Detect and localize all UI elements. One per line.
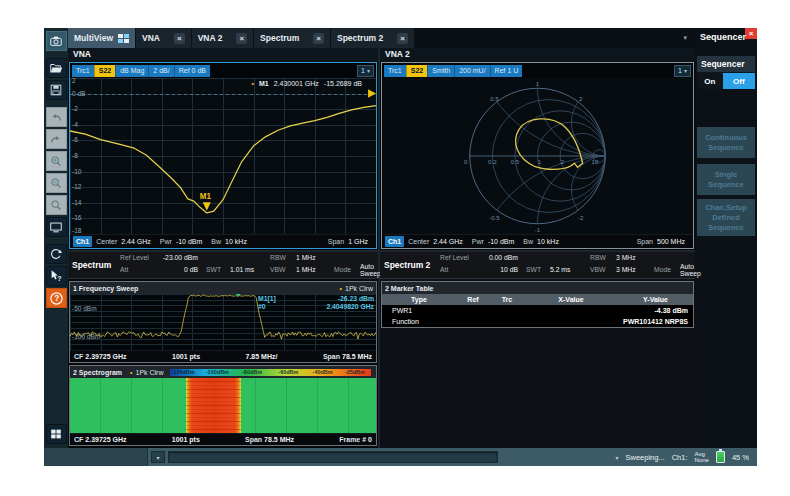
tab-spectrum2[interactable]: Spectrum 2 × — [331, 28, 414, 48]
rbw-value[interactable]: 3 MHz — [616, 254, 654, 261]
cf-value[interactable]: 2.39725 GHz — [85, 436, 126, 443]
frequency-sweep-window[interactable]: 1 Frequency Sweep • 1Pk Clrw -50 dBm -10… — [69, 281, 377, 363]
att-value[interactable]: 0 dB — [156, 266, 206, 273]
pwr-value[interactable]: -10 dBm — [488, 238, 514, 245]
single-sequence-button[interactable]: Single Sequence — [697, 164, 755, 195]
continuous-sequence-button[interactable]: Continuous Sequence — [697, 127, 755, 158]
display-button[interactable] — [46, 217, 67, 237]
bw-value[interactable]: 10 kHz — [225, 238, 247, 245]
vna2-diagram-window[interactable]: Trc1 S22 Smith 200 mU/ Ref 1 U 1 ▾ — [381, 62, 694, 249]
span-value[interactable]: 500 MHz — [657, 238, 685, 245]
table-row[interactable]: PWR1 -4.38 dBm — [382, 305, 693, 316]
save-icon — [49, 83, 63, 97]
tab-vna2-label: VNA 2 — [198, 33, 223, 43]
trace-name: Trc1 — [72, 65, 94, 77]
vna2-trace-header[interactable]: Trc1 S22 Smith 200 mU/ Ref 1 U 1 ▾ — [382, 63, 693, 78]
undo-button[interactable] — [46, 107, 67, 127]
sequencer-on-button[interactable]: On — [697, 73, 723, 89]
mode-value[interactable]: Auto Sweep — [360, 263, 381, 277]
button-line: Sequence — [708, 223, 743, 233]
window-number: 1 — [361, 67, 365, 74]
vbw-value[interactable]: 1 MHz — [296, 266, 334, 273]
smith-axis-label: 0 — [464, 158, 468, 165]
status-bar: ▾ ▾ Sweeping... Ch1: Avg None 45 % — [44, 448, 757, 466]
statusbar-message-field[interactable] — [168, 451, 498, 463]
window-number-dropdown[interactable]: 1 ▾ — [357, 65, 374, 77]
chan-setup-defined-sequence-button[interactable]: Chan.Setup Defined Sequence — [697, 199, 755, 236]
statusbar-dropdown[interactable]: ▾ — [151, 451, 165, 463]
spectrum2-quadrant[interactable]: Spectrum 2 Ref Level 0.00 dBm RBW 3 MHz … — [380, 252, 695, 448]
smith-chart-plot: 0 0.2 0.5 1 2 10 0.5 1 2 -0.5 -1 -2 — [382, 78, 693, 234]
cf-value[interactable]: 2.39725 GHz — [85, 353, 126, 360]
vna2-quadrant[interactable]: VNA 2 Trc1 S22 Smith 200 mU/ Ref 1 U 1 ▾ — [380, 48, 695, 250]
smith-reactance-label: 2 — [579, 95, 583, 102]
ref-level-value[interactable]: -23.00 dBm — [156, 254, 206, 261]
vna-trace-plot: M1 — [70, 78, 376, 234]
table-row[interactable]: Function PWR101412 NRP8S — [382, 316, 693, 327]
vna-graph: 2 0 dB -2 -4 -6 -8 -10 -12 -14 -16 -18 M… — [70, 78, 376, 234]
frequency-sweep-graph: -50 dBm -100 dBm M1[1] -26.23 dBm #0 2.4… — [70, 294, 376, 350]
zoom-out-selection-button[interactable] — [46, 173, 67, 193]
tab-vna2[interactable]: VNA 2 × — [192, 28, 253, 48]
window-number-dropdown[interactable]: 1 ▾ — [674, 65, 691, 77]
vna-quadrant[interactable]: VNA Trc1 S22 dB Mag 2 dB/ Ref 0 dB 1 ▾ — [68, 48, 378, 250]
close-window-icon[interactable]: × — [745, 28, 757, 39]
sync-button[interactable] — [46, 244, 67, 264]
close-tab-vna2-icon[interactable]: × — [236, 33, 247, 44]
swt-value[interactable]: 5.2 ms — [550, 266, 590, 273]
center-value[interactable]: 2.44 GHz — [433, 238, 463, 245]
bw-value[interactable]: 10 kHz — [537, 238, 559, 245]
spectrum-channel-name: Spectrum — [68, 252, 120, 278]
context-help-button[interactable]: ? — [46, 266, 67, 286]
close-tab-vna-icon[interactable]: × — [174, 33, 185, 44]
redo-button[interactable] — [46, 129, 67, 149]
windows-start-button[interactable] — [46, 424, 67, 444]
column-type: Type — [382, 296, 456, 303]
row-y-value: -4.38 dBm — [618, 307, 693, 314]
frame-value[interactable]: # 0 — [362, 436, 372, 443]
tab-overflow-arrow[interactable]: ▾ — [683, 34, 695, 42]
marker-table-window[interactable]: 2 Marker Table Type Ref Trc X-Value Y-Va… — [381, 281, 694, 328]
marker-table-header: 2 Marker Table — [382, 282, 693, 294]
vna-trace-header[interactable]: Trc1 S22 dB Mag 2 dB/ Ref 0 dB 1 ▾ — [70, 63, 376, 78]
open-file-button[interactable] — [46, 58, 67, 78]
trace-scale: 2 dB/ — [148, 65, 173, 77]
zoom-off-button[interactable] — [46, 195, 67, 215]
tab-spectrum[interactable]: Spectrum × — [254, 28, 330, 48]
close-tab-spectrum2-icon[interactable]: × — [397, 33, 408, 44]
pwr-label: Pwr — [472, 238, 484, 245]
tab-multiview[interactable]: MultiView — [68, 28, 135, 48]
spectrogram-window[interactable]: 2 Spectrogram • 1Pk Clrw -120dBm -100dBm… — [69, 365, 377, 446]
close-tab-spectrum-icon[interactable]: × — [313, 33, 324, 44]
frame-label: Frame — [339, 436, 360, 443]
channel-badge[interactable]: Ch1 — [385, 236, 404, 247]
spectrum-quadrant[interactable]: Spectrum Ref Level -23.00 dBm RBW 1 MHz … — [68, 252, 378, 448]
span-value[interactable]: 78.5 MHz — [342, 353, 372, 360]
spectrum2-channel-bar[interactable]: Spectrum 2 Ref Level 0.00 dBm RBW 3 MHz … — [380, 252, 695, 279]
smith-axis-label: 2 — [560, 158, 564, 165]
column-y-value: Y-Value — [618, 296, 693, 303]
s-parameter: S22 — [406, 65, 427, 77]
pwr-value[interactable]: -10 dBm — [176, 238, 202, 245]
center-value[interactable]: 2.44 GHz — [121, 238, 151, 245]
save-button[interactable] — [46, 80, 67, 100]
rbw-value[interactable]: 1 MHz — [296, 254, 334, 261]
screenshot-button[interactable] — [46, 31, 67, 51]
zoom-in-selection-button[interactable] — [46, 151, 67, 171]
mode-value[interactable]: Auto Sweep — [680, 263, 701, 277]
sequencer-off-button[interactable]: Off — [723, 73, 755, 89]
tab-vna[interactable]: VNA × — [136, 28, 191, 48]
help-button[interactable]: ? — [46, 288, 67, 308]
ref-level-value[interactable]: 0.00 dBm — [476, 254, 526, 261]
vbw-value[interactable]: 3 MHz — [616, 266, 654, 273]
statusbar-expand-arrow[interactable]: ▾ — [615, 454, 618, 461]
magnifier-icon — [49, 198, 63, 212]
span-label: Span — [323, 353, 340, 360]
span-value[interactable]: 78.5 MHz — [264, 436, 294, 443]
swt-value[interactable]: 1.01 ms — [230, 266, 270, 273]
span-value[interactable]: 1 GHz — [348, 238, 368, 245]
channel-badge[interactable]: Ch1 — [73, 236, 92, 247]
att-value[interactable]: 10 dB — [476, 266, 526, 273]
spectrum-channel-bar[interactable]: Spectrum Ref Level -23.00 dBm RBW 1 MHz … — [68, 252, 378, 279]
vna-diagram-window[interactable]: Trc1 S22 dB Mag 2 dB/ Ref 0 dB 1 ▾ 2 0 d… — [69, 62, 377, 249]
